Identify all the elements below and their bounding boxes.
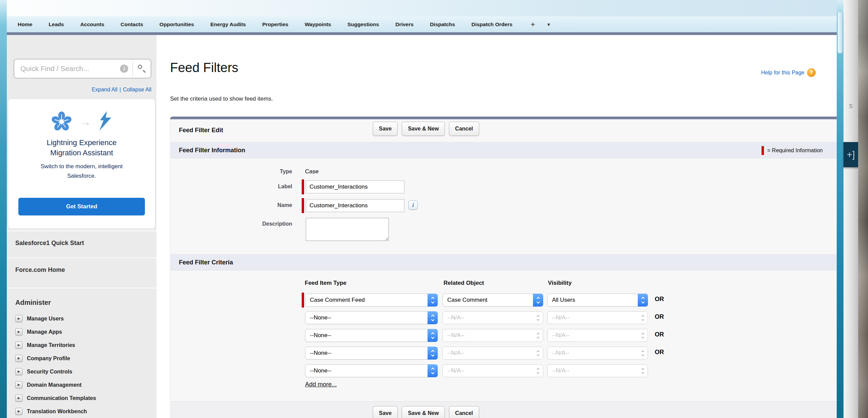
tab-drivers[interactable]: Drivers — [395, 21, 422, 28]
sidebar-item-label[interactable]: Manage Apps — [27, 329, 62, 335]
select-arrows-icon — [533, 347, 543, 360]
tab-overflow-caret-icon[interactable]: ▼ — [547, 22, 551, 27]
tab-dispatchs[interactable]: Dispatchs — [430, 21, 464, 28]
name-info-icon[interactable]: i — [408, 201, 418, 210]
sidebar-item-label[interactable]: Security Controls — [27, 369, 72, 375]
sidebar-item-security-controls[interactable]: ▶ Security Controls — [7, 365, 156, 378]
sidebar-item-manage-users[interactable]: ▶ Manage Users — [7, 312, 156, 325]
help-icon[interactable]: ? — [807, 68, 816, 77]
get-started-button[interactable]: Get Started — [18, 198, 145, 215]
description-field[interactable] — [306, 218, 389, 241]
expand-toggle-icon[interactable]: ▶ — [15, 408, 22, 415]
tab-suggestions[interactable]: Suggestions — [347, 21, 388, 28]
related-object-select-2: --N/A-- — [443, 311, 543, 324]
select-arrows-icon — [533, 311, 543, 324]
or-label: OR — [655, 296, 664, 303]
window-top-backdrop — [0, 0, 837, 16]
related-object-select-1[interactable]: Case Comment — [443, 294, 543, 307]
tab-accounts[interactable]: Accounts — [80, 21, 113, 28]
sidebar-item-label[interactable]: Communication Templates — [27, 395, 96, 401]
section-force-com-home[interactable]: Force.com Home — [7, 257, 156, 286]
visibility-select-1[interactable]: All Users — [547, 294, 648, 307]
left-teal-edge — [0, 0, 7, 418]
sidebar-item-communication-templates[interactable]: ▶ Communication Templates — [7, 391, 156, 405]
tab-home[interactable]: Home — [18, 21, 41, 28]
sidebar-item-label[interactable]: Manage Users — [27, 316, 64, 322]
sidebar-item-manage-territories[interactable]: ▶ Manage Territories — [7, 338, 156, 352]
expand-toggle-icon[interactable]: ▶ — [15, 395, 22, 402]
sidebar-item-domain-management[interactable]: ▶ Domain Management — [7, 378, 156, 391]
section-administer: Administer ▶ Manage Users ▶ Manage Apps … — [7, 288, 156, 418]
search-icon[interactable] — [137, 64, 147, 73]
collapse-all-link[interactable]: Collapse All — [123, 87, 151, 92]
visibility-column-header: Visibility — [548, 280, 572, 286]
sidebar-item-translation-workbench[interactable]: ▶ Translation Workbench — [7, 405, 156, 418]
save-button[interactable]: Save — [373, 122, 398, 136]
classic-flower-icon — [51, 111, 72, 132]
migration-card-subtitle: Switch to the modern, intelligent Salesf… — [8, 162, 155, 181]
label-field[interactable] — [306, 180, 404, 193]
section-title: Salesforce1 Quick Start — [7, 231, 156, 247]
add-tab-icon[interactable]: + — [531, 20, 535, 29]
type-label: Type — [170, 169, 292, 175]
expand-toggle-icon[interactable]: ▶ — [15, 355, 22, 362]
tab-properties[interactable]: Properties — [262, 21, 297, 28]
required-note-text: = Required Information — [767, 147, 823, 154]
section-salesforce1-quick-start[interactable]: Salesforce1 Quick Start — [7, 230, 156, 256]
tab-leads[interactable]: Leads — [49, 21, 73, 28]
tab-contacts[interactable]: Contacts — [121, 21, 152, 28]
sidebar-item-label[interactable]: Domain Management — [27, 382, 82, 388]
select-arrows-icon — [638, 294, 648, 307]
feed-item-type-select-5[interactable]: --None-- — [305, 364, 438, 377]
save-button-bottom[interactable]: Save — [373, 406, 398, 418]
section-header: Feed Filter Criteria — [179, 259, 233, 266]
select-arrows-icon — [428, 329, 438, 342]
expand-toggle-icon[interactable]: ▶ — [15, 368, 22, 375]
visibility-select-5: --N/A-- — [547, 364, 648, 377]
related-object-select-4: --N/A-- — [443, 347, 543, 360]
link-divider: | — [119, 87, 121, 92]
add-more-link[interactable]: Add more... — [305, 381, 337, 388]
feed-item-type-select-2[interactable]: --None-- — [305, 311, 438, 324]
administer-header: Administer — [7, 289, 156, 312]
tab-dispatch-orders[interactable]: Dispatch Orders — [471, 21, 521, 28]
save-and-new-button-bottom[interactable]: Save & New — [402, 406, 445, 418]
top-button-group: Save Save & New Cancel — [373, 122, 479, 136]
page-subtitle: Set the criteria used to show feed items… — [170, 95, 273, 102]
help-for-this-page-link[interactable]: Help for this Page — [761, 70, 804, 76]
tab-waypoints[interactable]: Waypoints — [305, 21, 340, 28]
vertical-scrollbar-thumb[interactable] — [837, 11, 843, 54]
sidebar-item-company-profile[interactable]: ▶ Company Profile — [7, 352, 156, 365]
tab-energy-audits[interactable]: Energy Audits — [210, 21, 255, 28]
panel-top-bar — [170, 117, 837, 119]
cancel-button-bottom[interactable]: Cancel — [449, 406, 479, 418]
expand-toggle-icon[interactable]: ▶ — [15, 381, 22, 388]
feed-item-type-column-header: Feed Item Type — [305, 280, 347, 286]
tree-links: Expand All|Collapse All — [92, 87, 151, 93]
name-field[interactable] — [306, 199, 404, 212]
feed-item-type-select-4[interactable]: --None-- — [305, 347, 438, 360]
expand-toggle-icon[interactable]: ▶ — [15, 342, 22, 349]
side-panel-expand-button[interactable]: +] — [844, 142, 858, 167]
cancel-button[interactable]: Cancel — [449, 122, 479, 136]
nav-divider-bar — [7, 32, 837, 35]
expand-toggle-icon[interactable]: ▶ — [15, 328, 22, 335]
feed-item-type-select-1[interactable]: Case Comment Feed — [305, 294, 438, 307]
screen: s +] Home Leads Accounts Contacts Opport… — [0, 0, 868, 418]
search-divider — [132, 61, 133, 76]
sidebar-item-label[interactable]: Translation Workbench — [27, 408, 87, 415]
sidebar-item-manage-apps[interactable]: ▶ Manage Apps — [7, 325, 156, 338]
expand-all-link[interactable]: Expand All — [92, 87, 118, 92]
feed-filter-criteria-band: Feed Filter Criteria — [170, 254, 837, 271]
sidebar-item-label[interactable]: Company Profile — [27, 355, 70, 362]
search-info-icon: i — [120, 65, 128, 73]
search-input[interactable] — [20, 65, 120, 73]
select-arrows-icon — [428, 347, 438, 360]
name-label: Name — [170, 202, 292, 208]
tab-opportunities[interactable]: Opportunities — [160, 21, 203, 28]
expand-toggle-icon[interactable]: ▶ — [15, 315, 22, 322]
feed-item-type-select-3[interactable]: --None-- — [305, 329, 438, 342]
save-and-new-button[interactable]: Save & New — [402, 122, 445, 136]
quick-find-searchbox[interactable]: i — [14, 59, 151, 79]
sidebar-item-label[interactable]: Manage Territories — [27, 342, 75, 348]
